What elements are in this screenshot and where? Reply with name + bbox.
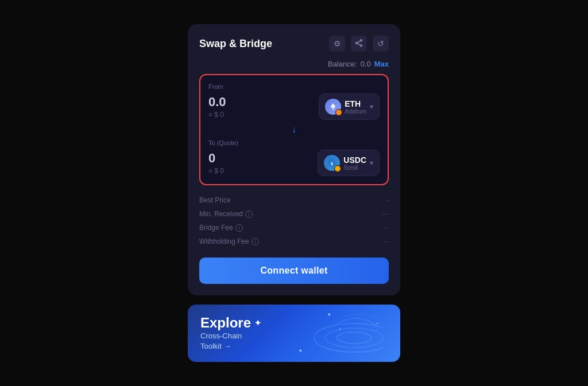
best-price-value: -	[386, 196, 389, 204]
usdc-icon: $	[324, 155, 340, 171]
from-chevron-icon: ▾	[370, 103, 373, 111]
svg-line-4	[357, 43, 360, 45]
swap-panel: From 0.0 = $ 0	[199, 74, 389, 185]
header-icons: ⚙ ↺	[329, 36, 389, 52]
min-received-row: Min. Received i ---	[199, 207, 389, 221]
from-token-info: ETH Arbitrum	[345, 99, 366, 115]
svg-text:$: $	[331, 162, 333, 166]
refresh-button[interactable]: ↺	[373, 36, 389, 52]
to-chevron-icon: ▾	[370, 159, 373, 167]
svg-point-7	[314, 323, 383, 352]
settings-button[interactable]: ⚙	[329, 36, 345, 52]
explore-sparkle-icon: ✦	[254, 318, 261, 327]
withholding-fee-info-icon[interactable]: i	[252, 238, 259, 245]
connect-wallet-button[interactable]: Connect wallet	[199, 258, 389, 284]
svg-line-3	[357, 41, 360, 42]
to-input-row: 0 = $ 0 $ USDC Scroll	[208, 150, 380, 176]
best-price-row: Best Price -	[199, 193, 389, 207]
to-amount-usd: = $ 0	[208, 167, 224, 175]
withholding-fee-label: Withholding Fee i	[199, 237, 259, 245]
to-amount-value: 0	[208, 151, 224, 166]
best-price-label: Best Price	[199, 196, 231, 204]
card-header: Swap & Bridge ⚙	[199, 36, 389, 52]
eth-icon	[325, 99, 341, 115]
to-token-info: USDC Scroll	[343, 155, 366, 171]
card-title: Swap & Bridge	[199, 38, 272, 50]
swap-arrow-container: ↓	[208, 120, 380, 139]
to-label: To (Quote)	[208, 139, 380, 146]
main-container: Swap & Bridge ⚙	[188, 24, 400, 362]
min-received-label: Min. Received i	[199, 210, 253, 218]
explore-title: Explore ✦	[200, 315, 261, 331]
to-section: To (Quote) 0 = $ 0 $	[208, 139, 380, 176]
from-amount-usd: = $ 0	[208, 111, 226, 119]
from-input-row: 0.0 = $ 0 ETH Arbitr	[208, 93, 380, 120]
to-amount-input: 0 = $ 0	[208, 151, 224, 175]
share-button[interactable]	[351, 36, 367, 52]
svg-point-9	[337, 332, 372, 344]
balance-row: Balance: 0.0 Max	[199, 60, 389, 68]
info-rows: Best Price - Min. Received i --- Bridge …	[199, 193, 389, 248]
to-token-symbol: USDC	[343, 155, 366, 165]
min-received-value: ---	[382, 210, 389, 218]
settings-icon: ⚙	[334, 39, 341, 48]
swap-card: Swap & Bridge ⚙	[188, 24, 400, 295]
explore-subtitle-line2: Toolkit →	[200, 342, 231, 350]
from-label: From	[208, 83, 380, 90]
svg-point-11	[376, 322, 378, 325]
svg-point-0	[361, 40, 362, 41]
svg-point-8	[326, 328, 383, 348]
from-token-selector[interactable]: ETH Arbitrum ▾	[319, 93, 380, 120]
bridge-fee-row: Bridge Fee i --	[199, 221, 389, 235]
bridge-fee-info-icon[interactable]: i	[235, 224, 243, 232]
min-received-info-icon[interactable]: i	[245, 210, 253, 218]
explore-text-block: Explore ✦ Cross-Chain Toolkit →	[200, 315, 261, 352]
balance-value: 0.0	[361, 60, 371, 68]
bridge-fee-value: --	[384, 224, 389, 232]
refresh-icon: ↺	[377, 39, 384, 48]
explore-subtitle-line1: Cross-Chain	[200, 332, 242, 340]
from-token-network: Arbitrum	[345, 108, 366, 115]
from-amount-input: 0.0 = $ 0	[208, 95, 226, 119]
scroll-badge	[334, 165, 341, 172]
from-section: From 0.0 = $ 0	[208, 83, 380, 120]
svg-point-10	[339, 328, 341, 330]
swap-arrow-icon: ↓	[292, 124, 296, 135]
arbitrum-badge	[335, 109, 342, 116]
explore-title-text: Explore	[200, 315, 251, 331]
to-token-selector[interactable]: $ USDC Scroll ▾	[318, 150, 380, 176]
to-token-network: Scroll	[343, 165, 366, 171]
svg-point-1	[361, 45, 362, 46]
explore-subtitle: Cross-Chain Toolkit →	[200, 331, 261, 352]
share-icon	[355, 39, 363, 49]
balance-label: Balance:	[328, 60, 357, 68]
svg-point-2	[356, 42, 358, 44]
withholding-fee-value: --	[384, 237, 389, 245]
max-button[interactable]: Max	[374, 60, 389, 68]
banner-decoration	[291, 306, 383, 360]
withholding-fee-row: Withholding Fee i --	[199, 235, 389, 248]
explore-banner[interactable]: Explore ✦ Cross-Chain Toolkit → ✦ ✦	[188, 305, 400, 362]
from-token-symbol: ETH	[345, 99, 366, 108]
bridge-fee-label: Bridge Fee i	[199, 224, 243, 232]
from-amount-value[interactable]: 0.0	[208, 95, 226, 110]
